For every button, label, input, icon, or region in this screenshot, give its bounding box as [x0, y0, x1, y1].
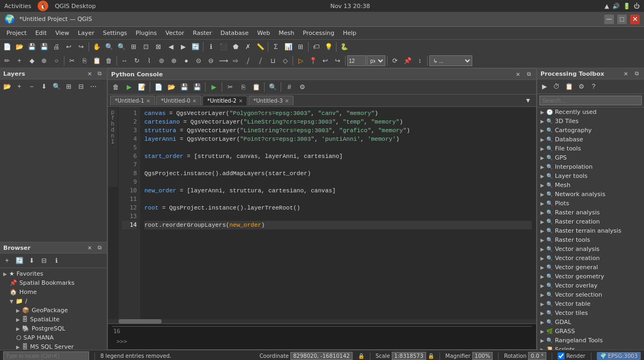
more-layers-btn[interactable]: ⋯: [87, 81, 99, 92]
save-script-btn[interactable]: 💾: [178, 81, 190, 93]
code-editor[interactable]: canvas = QgsVectorLayer("Polygon?crs=eps…: [140, 107, 536, 319]
toolbox-raster-analysis[interactable]: ▶ 🔍 Raster analysis: [537, 208, 644, 217]
stats-btn[interactable]: 📊: [282, 41, 294, 53]
toolbox-rangeland[interactable]: ▶ 🔍 Rangeland Tools: [537, 336, 644, 345]
delete-part-btn[interactable]: ⊖: [205, 55, 217, 67]
save-as-script-btn[interactable]: 💾: [191, 81, 203, 93]
refresh-btn[interactable]: 🔄: [189, 41, 201, 53]
tab-untitled0[interactable]: *Untitled-0 ✕: [156, 96, 201, 105]
menu-processing[interactable]: Processing: [298, 28, 339, 38]
identify-btn[interactable]: ℹ: [205, 41, 217, 53]
gpx-btn[interactable]: ▷: [295, 55, 306, 67]
cut-code-btn[interactable]: ✂: [224, 81, 236, 93]
toolbox-vector-geometry[interactable]: ▶ 🔍 Vector geometry: [537, 272, 644, 281]
toolbox-raster-terrain[interactable]: ▶ 🔍 Raster terrain analysis: [537, 226, 644, 235]
pan-btn[interactable]: ✋: [91, 41, 103, 53]
zoom-in-btn[interactable]: 🔍: [103, 41, 115, 53]
tips-btn[interactable]: 💡: [323, 41, 334, 53]
merge-btn[interactable]: ⊔: [267, 55, 279, 67]
find-btn[interactable]: 🔍: [267, 81, 279, 93]
toolbox-vector-overlay[interactable]: ▶ 🔍 Vector overlay: [537, 281, 644, 290]
fill-ring-btn[interactable]: ●: [180, 55, 192, 67]
toolbox-vector-general[interactable]: ▶ 🔍 Vector general: [537, 263, 644, 272]
cut-feature-btn[interactable]: ✂: [66, 55, 78, 67]
filter-legend-btn[interactable]: 🔍: [50, 81, 62, 92]
copy-feature-btn[interactable]: ⎘: [78, 55, 90, 67]
tab2-close[interactable]: ✕: [239, 98, 243, 104]
browser-properties-btn[interactable]: ℹ: [50, 255, 62, 267]
expand-all-btn[interactable]: ⊞: [63, 81, 75, 92]
paste-code-btn[interactable]: 📋: [250, 81, 262, 93]
redo-btn[interactable]: ↪: [75, 41, 87, 53]
remove-layer-btn[interactable]: −: [26, 81, 38, 92]
zoom-full-btn[interactable]: ⊞: [128, 41, 140, 53]
menu-mesh[interactable]: Mesh: [274, 28, 298, 38]
zoom-layer-btn[interactable]: ⊡: [140, 41, 152, 53]
split-parts-btn[interactable]: ⧸: [254, 55, 266, 67]
render-checkbox[interactable]: [558, 352, 565, 359]
simplify-btn[interactable]: ⌇: [143, 55, 155, 67]
zoom-next-btn[interactable]: ▶: [177, 41, 189, 53]
rotate-label-btn[interactable]: ⟳: [389, 55, 401, 67]
select-rect-btn[interactable]: ⬛: [217, 41, 229, 53]
ubuntu-logo[interactable]: 🐧: [38, 1, 48, 11]
rotate-btn[interactable]: ↻: [131, 55, 143, 67]
select-tool-select[interactable]: ↳ ...: [429, 55, 472, 66]
minimize-button[interactable]: ─: [604, 15, 614, 24]
filter-layer-btn[interactable]: ⬇: [38, 81, 50, 92]
undo-edit-btn[interactable]: ↩: [319, 55, 331, 67]
menu-edit[interactable]: Edit: [31, 28, 51, 38]
add-layer-btn[interactable]: +: [13, 81, 25, 92]
open-script-btn[interactable]: 📂: [165, 81, 177, 93]
open-project-btn[interactable]: 📂: [13, 41, 25, 53]
toolbox-history-btn[interactable]: ⏱: [551, 81, 562, 92]
menu-vector[interactable]: Vector: [161, 28, 188, 38]
menu-plugins[interactable]: Plugins: [131, 28, 161, 38]
toolbox-layer-tools[interactable]: ▶ 🔍 Layer tools: [537, 171, 644, 181]
toolbox-float-btn[interactable]: ⧉: [632, 69, 641, 78]
console-close-btn[interactable]: ✕: [514, 70, 522, 78]
browser-float-btn[interactable]: ⧉: [95, 243, 104, 252]
menu-raster[interactable]: Raster: [188, 28, 216, 38]
toolbox-run-btn[interactable]: ▶: [538, 81, 550, 92]
layer-label-btn[interactable]: 🏷: [310, 41, 322, 53]
menu-project[interactable]: Project: [2, 28, 31, 38]
menu-settings[interactable]: Settings: [99, 28, 131, 38]
browser-sap-hana[interactable]: ⬡ SAP HANA: [1, 333, 106, 342]
print-layout-btn[interactable]: 🖨: [50, 41, 62, 53]
toolbox-database[interactable]: ▶ 🔍 Database: [537, 135, 644, 144]
sum-btn[interactable]: Σ: [270, 41, 282, 53]
delete-ring-btn[interactable]: ⊝: [193, 55, 204, 67]
toolbox-vector-analysis[interactable]: ▶ 🔍 Vector analysis: [537, 244, 644, 254]
browser-close-btn[interactable]: ✕: [85, 243, 94, 252]
epsg-container[interactable]: 🌍 EPSG:3003: [597, 352, 641, 360]
vertex-tool-btn[interactable]: ◇: [279, 55, 291, 67]
toolbox-recently-used[interactable]: ▶ 🕐 Recently used: [537, 107, 644, 117]
offset-btn[interactable]: ⇨: [230, 55, 241, 67]
browser-refresh-btn[interactable]: 🔄: [13, 255, 25, 267]
edit-feature-btn[interactable]: ✏: [1, 55, 13, 67]
toolbox-network-analysis[interactable]: ▶ 🔍 Network analysis: [537, 190, 644, 199]
toolbox-vector-creation[interactable]: ▶ 🔍 Vector creation: [537, 254, 644, 263]
toolbox-results-btn[interactable]: 📋: [563, 81, 575, 92]
tab0-close[interactable]: ✕: [193, 98, 197, 104]
browser-home[interactable]: 🏠 Home: [1, 287, 106, 297]
reshape-btn[interactable]: ⟿: [217, 55, 229, 67]
power-icon[interactable]: ⏻: [634, 3, 640, 10]
browser-spatialite[interactable]: ▶ 🗄 SpatiaLite: [1, 315, 106, 324]
node-btn[interactable]: ○: [50, 55, 62, 67]
tab3-close[interactable]: ✕: [285, 98, 289, 104]
close-button[interactable]: ✕: [630, 15, 640, 24]
browser-add-btn[interactable]: +: [1, 255, 13, 267]
add-ring-btn[interactable]: ⊚: [156, 55, 167, 67]
toolbox-plots[interactable]: ▶ 🔍 Plots: [537, 199, 644, 208]
undo-btn[interactable]: ↩: [63, 41, 75, 53]
console-maximize-btn[interactable]: ⧉: [524, 70, 533, 78]
deselect-btn[interactable]: ✗: [242, 41, 254, 53]
python-btn[interactable]: 🐍: [338, 41, 350, 53]
snap-btn[interactable]: ⊕: [38, 55, 50, 67]
split-features-btn[interactable]: ⧸: [242, 55, 254, 67]
tab1-close[interactable]: ✕: [147, 98, 151, 104]
pin-label-btn[interactable]: 📌: [401, 55, 413, 67]
toolbox-file-tools[interactable]: ▶ 🔍 File tools: [537, 144, 644, 153]
